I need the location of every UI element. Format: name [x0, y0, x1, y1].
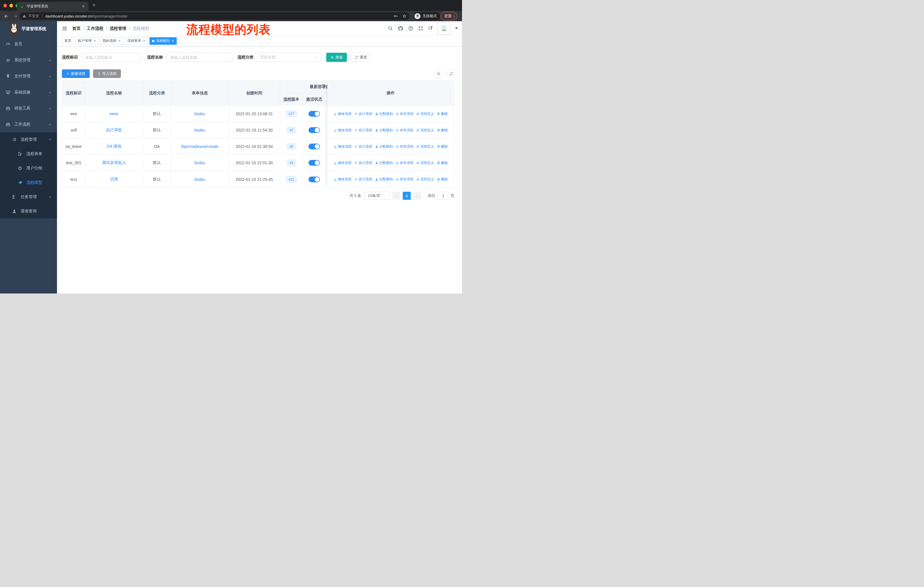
sidebar-item-process-model[interactable]: 流程模型	[0, 175, 57, 190]
form-info-link[interactable]: biubiu	[195, 111, 205, 116]
window-close-button[interactable]	[3, 4, 7, 7]
tab-close-icon[interactable]: ✕	[81, 4, 86, 8]
sidebar-item-process-form[interactable]: 流程表单	[0, 147, 57, 161]
close-icon[interactable]: ✕	[172, 39, 174, 42]
process-category-select[interactable]: 流程分类	[257, 53, 321, 62]
process-name-input[interactable]	[167, 53, 232, 62]
tab-home[interactable]: 首页	[62, 37, 74, 45]
header-search-icon[interactable]	[388, 26, 393, 31]
assign-rule-action-link[interactable]: 分配规则	[375, 128, 393, 133]
process-name-link[interactable]: eeee	[109, 111, 118, 116]
back-icon[interactable]	[4, 14, 9, 19]
github-icon[interactable]	[398, 26, 403, 31]
version-badge[interactable]: v2	[287, 127, 296, 133]
page-size-select[interactable]: 10条/页	[364, 192, 389, 200]
breadcrumb-item[interactable]: 流程管理	[110, 26, 126, 31]
delete-action-link[interactable]: 删除	[437, 177, 448, 182]
delete-action-link[interactable]: 删除	[437, 160, 448, 165]
process-name-link[interactable]: OA 请假	[107, 144, 121, 149]
reset-button[interactable]: 重置	[351, 53, 371, 62]
modify-action-link[interactable]: 修改流程	[334, 177, 352, 182]
active-toggle[interactable]	[309, 144, 320, 149]
modify-action-link[interactable]: 修改流程	[334, 160, 352, 165]
design-action-link[interactable]: 设计流程	[354, 177, 372, 182]
publish-action-link[interactable]: 发布流程	[396, 177, 414, 182]
help-icon[interactable]	[408, 26, 413, 31]
delete-action-link[interactable]: 删除	[437, 128, 448, 133]
publish-action-link[interactable]: 发布流程	[396, 160, 414, 165]
prev-page-button[interactable]: ‹	[392, 192, 400, 200]
font-size-icon[interactable]: TT	[428, 26, 433, 31]
sidebar-item-leave-query[interactable]: 请假查询	[0, 204, 57, 218]
tab-my-process[interactable]: 我的流程✕	[100, 37, 123, 45]
sidebar-item-infrastructure[interactable]: 基础设施	[0, 84, 57, 100]
table-scroll-area[interactable]: 流程标识流程名称流程分类表单信息创建时间最新部署的流程定义流程版本激活状态 ee…	[62, 81, 327, 187]
search-button[interactable]: 搜索	[326, 53, 347, 62]
form-info-link[interactable]: biubiu	[195, 177, 205, 182]
design-action-link[interactable]: 设计流程	[354, 111, 372, 116]
version-badge[interactable]: v17	[286, 111, 297, 117]
sidebar-fold-icon[interactable]	[62, 26, 67, 31]
active-toggle[interactable]	[309, 177, 320, 182]
assign-rule-action-link[interactable]: 分配规则	[375, 160, 393, 165]
close-icon[interactable]: ✕	[93, 39, 96, 42]
sidebar-item-user-group[interactable]: 用户分组	[0, 161, 57, 175]
sidebar-item-dev-tools[interactable]: 研发工具	[0, 100, 57, 116]
breadcrumb-item[interactable]: 工作流程	[87, 26, 103, 31]
goto-page-input[interactable]	[437, 192, 449, 200]
sidebar-item-home[interactable]: 首页	[0, 36, 57, 52]
update-button[interactable]: 更新	[441, 12, 457, 20]
modify-action-link[interactable]: 修改流程	[334, 144, 352, 149]
breadcrumb-item[interactable]: 首页	[72, 26, 81, 31]
form-info-link[interactable]: biubiu	[195, 160, 205, 165]
assign-rule-action-link[interactable]: 分配规则	[375, 177, 393, 182]
active-toggle[interactable]	[309, 111, 320, 117]
page-1-button[interactable]: 1	[403, 192, 411, 200]
user-avatar[interactable]	[438, 22, 450, 35]
assign-rule-action-link[interactable]: 分配规则	[375, 111, 393, 116]
publish-action-link[interactable]: 发布流程	[396, 144, 414, 149]
window-minimize-button[interactable]	[10, 4, 13, 7]
version-badge[interactable]: v4	[287, 160, 296, 166]
active-toggle[interactable]	[309, 127, 320, 133]
design-action-link[interactable]: 设计流程	[354, 160, 372, 165]
publish-action-link[interactable]: 发布流程	[396, 128, 414, 133]
fullscreen-icon[interactable]	[418, 26, 423, 31]
avatar-caret-icon[interactable]	[455, 28, 458, 29]
sidebar-item-payment[interactable]: ¥支付管理	[0, 68, 57, 84]
tab-process-model[interactable]: 流程模型✕	[150, 37, 177, 45]
modify-action-link[interactable]: 修改流程	[334, 111, 352, 116]
browser-menu-icon[interactable]	[454, 14, 455, 18]
address-bar[interactable]: 不安全 dashboard.yudao.iocoder.cn /bpm/mana…	[20, 12, 409, 20]
process-name-link[interactable]: 滔博	[110, 177, 118, 182]
modify-action-link[interactable]: 修改流程	[334, 128, 352, 133]
version-badge[interactable]: v5	[287, 143, 296, 150]
sidebar-item-workflow[interactable]: 工作流程	[0, 116, 57, 132]
browser-tab[interactable]: 芋道管理系统 ✕	[17, 2, 89, 11]
sidebar-item-system[interactable]: 系统管理	[0, 52, 57, 68]
process-name-link[interactable]: 测试多审批人	[102, 160, 126, 165]
tab-process-form[interactable]: 流程表单✕	[125, 37, 148, 45]
new-tab-button[interactable]: +	[92, 2, 96, 8]
password-key-icon[interactable]	[394, 14, 398, 18]
design-action-link[interactable]: 设计流程	[354, 128, 372, 133]
form-info-link[interactable]: biubiu	[195, 128, 205, 132]
definition-action-link[interactable]: 流程定义	[416, 177, 434, 182]
process-key-input[interactable]	[81, 53, 141, 62]
create-process-button[interactable]: 新建流程	[62, 69, 90, 78]
import-process-button[interactable]: 导入流程	[93, 69, 121, 78]
version-badge[interactable]: v21	[286, 176, 297, 183]
close-icon[interactable]: ✕	[118, 39, 120, 42]
toggle-search-button[interactable]	[434, 69, 443, 78]
refresh-table-button[interactable]	[447, 69, 455, 78]
close-icon[interactable]: ✕	[143, 39, 145, 42]
app-logo[interactable]: 芋道管理系统	[0, 21, 57, 36]
sidebar-item-process-management[interactable]: 流程管理	[0, 132, 57, 147]
process-name-link[interactable]: 自己审批	[106, 127, 122, 133]
definition-action-link[interactable]: 流程定义	[416, 144, 434, 149]
definition-action-link[interactable]: 流程定义	[416, 160, 434, 165]
active-toggle[interactable]	[309, 160, 320, 166]
design-action-link[interactable]: 设计流程	[354, 144, 372, 149]
form-info-link[interactable]: /bpm/oa/leave/create	[181, 144, 219, 149]
sidebar-item-task-management[interactable]: 任务管理	[0, 190, 57, 204]
